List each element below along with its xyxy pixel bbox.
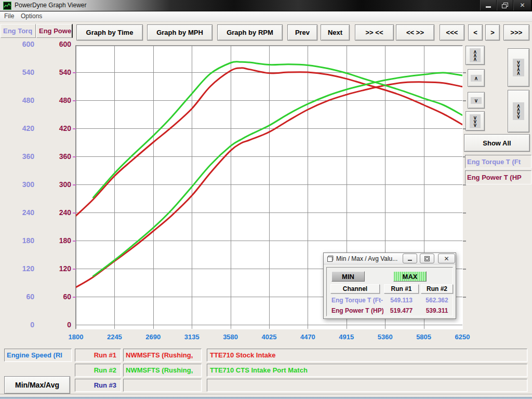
bottom-divider (0, 394, 532, 394)
left-axis-tick (73, 156, 76, 157)
x-tick-3580: 3580 (215, 333, 246, 341)
chevron-down-icon: ∨ (471, 97, 482, 104)
minimize-button[interactable] (480, 0, 496, 10)
scroll-down-button[interactable]: ∨ (468, 92, 485, 109)
toolbar-button-[interactable]: < (468, 24, 483, 41)
x-tick-5805: 5805 (408, 333, 440, 341)
tab-eng-power[interactable]: Eng Powe (36, 24, 73, 38)
minmax-channel-1: Eng Torque T (Ft- (331, 297, 383, 304)
y-tick-torque-120: 120 (3, 264, 34, 273)
x-tick-2245: 2245 (99, 333, 130, 341)
run-desc-box-2: TTE710 CTS Intake Port Match (207, 364, 527, 377)
column-header-run1[interactable]: Run #1 (384, 284, 419, 294)
column-header-channel[interactable]: Channel (330, 284, 380, 294)
right-axis-tick (463, 184, 466, 185)
y-tick-torque-240: 240 (3, 208, 34, 217)
close-button[interactable]: ✕ (513, 0, 531, 10)
scroll-bottom-button[interactable]: ∨ ∨ ∨ (466, 111, 485, 131)
collapse-vertical-button[interactable]: ∨ ∨ ∧ ∧ (508, 48, 529, 87)
run-label-box-2: Run #2 (75, 364, 121, 377)
run-desc-box-1: TTE710 Stock Intake (207, 349, 527, 362)
toolbar-button-[interactable]: >>> (503, 24, 529, 41)
channel-box-power[interactable]: Eng Power T (HP (465, 170, 531, 184)
min-button[interactable]: MIN (331, 271, 365, 282)
y-tick-power-120: 120 (40, 264, 71, 273)
y-tick-power-420: 420 (40, 124, 71, 133)
run-desc-box-3 (207, 379, 527, 392)
show-all-button[interactable]: Show All (464, 134, 530, 152)
run-label-box-3: Run #3 (75, 379, 121, 392)
minmax-minimize-button[interactable] (403, 254, 417, 263)
left-axis-tick (73, 184, 76, 185)
y-tick-power-60: 60 (40, 292, 71, 301)
minmax-close-button[interactable]: ✕ (438, 254, 455, 263)
y-tick-torque-480: 480 (3, 96, 34, 105)
y-tick-power-0: 0 (40, 320, 71, 329)
expand-vertical-icon: ∧ ∧ ∨ ∨ (513, 102, 524, 120)
tab-eng-torque-label: Eng Torq (3, 27, 32, 35)
toolbar-button-[interactable]: <<< (440, 24, 464, 41)
chevron-triple-down-icon: ∨ ∨ ∨ (470, 114, 481, 128)
x-tick-4915: 4915 (331, 333, 362, 341)
minimize-icon (486, 6, 491, 8)
maximize-button[interactable] (497, 0, 513, 10)
toolbar-button-graph-by-rpm[interactable]: Graph by RPM (217, 24, 283, 41)
close-icon: ✕ (520, 2, 525, 9)
x-tick-6250: 6250 (447, 333, 478, 341)
right-axis-tick (463, 212, 466, 214)
right-axis-tick (463, 72, 466, 73)
minmax-window: Min / Max / Avg Valu... ✕ MIN MAX Channe… (323, 252, 456, 319)
run-name-box-1: NWMSFTS (Rushing, (123, 349, 202, 362)
toolbar-button-[interactable]: > (485, 24, 500, 41)
toolbar-button-next[interactable]: Next (321, 24, 350, 41)
column-header-run2[interactable]: Run #2 (421, 284, 453, 294)
toolbar-button-[interactable]: << >> (396, 24, 434, 41)
left-axis-tick (73, 100, 76, 101)
chevron-triple-up-icon: ∧ ∧ ∧ (470, 48, 481, 62)
max-button[interactable]: MAX (393, 271, 427, 282)
y-tick-power-240: 240 (40, 208, 71, 217)
toolbar-button-graph-by-mph[interactable]: Graph by MPH (147, 24, 212, 41)
minmax-window-title: Min / Max / Avg Valu... (336, 255, 397, 262)
close-icon: ✕ (444, 255, 449, 262)
x-tick-3135: 3135 (176, 333, 207, 341)
app-icon (3, 2, 11, 10)
x-tick-2690: 2690 (138, 333, 169, 341)
min-max-avg-button[interactable]: Min/Max/Avg (4, 376, 70, 394)
y-tick-torque-60: 60 (3, 292, 34, 301)
x-tick-5360: 5360 (369, 333, 401, 341)
run-name-box-2: NWMSFTS (Rushing, (123, 364, 202, 377)
right-axis-tick (463, 297, 466, 298)
y-tick-power-540: 540 (40, 68, 71, 77)
y-tick-power-300: 300 (40, 180, 71, 189)
restore-icon (502, 3, 508, 8)
minmax-run1-value-2: 519.477 (384, 307, 419, 314)
toolbar-button-prev[interactable]: Prev (287, 24, 317, 41)
y-tick-power-480: 480 (40, 96, 71, 105)
x-tick-4470: 4470 (292, 333, 323, 341)
right-axis-tick (463, 241, 466, 242)
minmax-maximize-button[interactable] (420, 254, 434, 263)
expand-vertical-button[interactable]: ∧ ∧ ∨ ∨ (508, 90, 529, 132)
channel-box-torque[interactable]: Eng Torque T (Ft (465, 155, 531, 168)
toolbar-button-graph-by-time[interactable]: Graph by Time (76, 24, 143, 41)
tab-eng-torque[interactable]: Eng Torq (1, 24, 36, 38)
left-axis-tick (73, 297, 76, 298)
maximize-icon (424, 256, 430, 261)
scroll-top-button[interactable]: ∧ ∧ ∧ (466, 46, 485, 65)
chevron-up-icon: ∧ (471, 75, 482, 82)
menu-options[interactable]: Options (21, 12, 42, 20)
y-tick-torque-360: 360 (3, 152, 34, 161)
toolbar-button-[interactable]: >> << (355, 24, 394, 41)
minmax-run1-value-1: 549.113 (384, 297, 419, 304)
titlebar[interactable]: PowerDyne Graph Viewer ✕ (0, 0, 532, 11)
tab-eng-power-label: Eng Powe (39, 27, 71, 35)
minmax-titlebar[interactable]: Min / Max / Avg Valu... ✕ (324, 253, 456, 264)
window-bottom-edge (0, 397, 532, 399)
minimize-icon (408, 260, 412, 261)
menu-file[interactable]: File (4, 12, 14, 20)
y-tick-torque-600: 600 (3, 39, 34, 49)
scroll-up-button[interactable]: ∧ (468, 69, 485, 87)
left-axis-tick (73, 72, 76, 73)
minmax-run2-value-2: 539.311 (421, 307, 453, 314)
